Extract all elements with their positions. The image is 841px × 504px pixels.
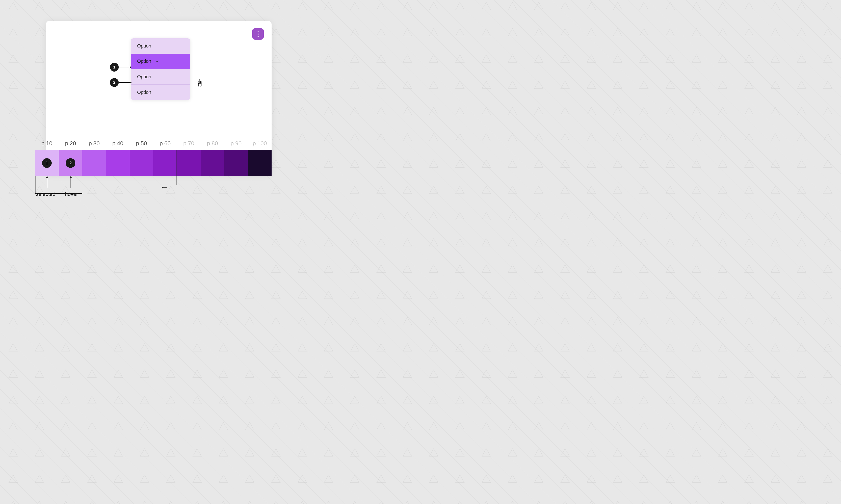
scale-label-p90: p 90: [224, 140, 248, 147]
swatch-60: [153, 150, 177, 176]
badge-2-container: 2: [110, 78, 132, 87]
scale-label-p50: p 50: [130, 140, 153, 147]
option-4-label: Option: [137, 90, 151, 95]
selected-label: selected: [36, 191, 55, 197]
arrow-1: [119, 67, 132, 67]
boundary-arrow: ←: [160, 183, 169, 192]
hover-label: hover: [65, 191, 78, 197]
scale-label-p60: p 60: [153, 140, 177, 147]
dropdown-menu: Option Option ✓ Option Option: [131, 38, 190, 100]
swatch-50: [130, 150, 153, 176]
menu-button[interactable]: [252, 28, 264, 40]
left-arrow-icon: ←: [160, 183, 169, 192]
dot-1: [258, 31, 259, 32]
dot-2: [258, 34, 259, 35]
swatch-80: [200, 150, 224, 176]
checkmark-icon: ✓: [156, 59, 159, 64]
scale-label-p100: p 100: [248, 140, 271, 147]
badge-1-container: 1: [110, 63, 132, 72]
annotation-area: selected hover ←: [35, 176, 271, 211]
swatch-30: [82, 150, 106, 176]
swatch-20: 2: [59, 150, 82, 176]
swatch-10: 1: [35, 150, 59, 176]
scale-label-p80: p 80: [200, 140, 224, 147]
selected-arrow: [47, 176, 47, 188]
scale-label-p40: p 40: [106, 140, 130, 147]
palette-section: p 10 p 20 p 30 p 40 p 50 p 60 p 70 p 80 …: [35, 140, 271, 211]
option-2-label: Option: [137, 58, 151, 64]
option-3-label: Option: [137, 74, 151, 80]
scale-labels-row: p 10 p 20 p 30 p 40 p 50 p 60 p 70 p 80 …: [35, 140, 271, 147]
swatch-90: [224, 150, 248, 176]
swatch-100: [248, 150, 271, 176]
dropdown-item-2[interactable]: Option ✓: [131, 54, 190, 69]
option-1-label: Option: [137, 43, 151, 49]
dropdown-item-3[interactable]: Option: [131, 69, 190, 85]
badge-2: 2: [110, 78, 119, 87]
swatch-badge-2: 2: [66, 158, 75, 168]
dropdown-item-1[interactable]: Option: [131, 38, 190, 54]
bracket-left: [35, 176, 35, 194]
swatch-40: [106, 150, 130, 176]
dot-3: [258, 36, 259, 37]
dropdown-item-4[interactable]: Option: [131, 85, 190, 100]
scale-label-p70: p 70: [177, 140, 200, 147]
swatch-badge-1: 1: [42, 158, 52, 168]
scale-label-p20: p 20: [59, 140, 82, 147]
swatch-70: [177, 150, 200, 176]
hand-cursor-icon: [196, 79, 204, 90]
scale-label-p10: p 10: [35, 140, 59, 147]
swatch-row: 1 2: [35, 150, 271, 176]
arrow-2: [119, 82, 132, 83]
scale-label-p30: p 30: [82, 140, 106, 147]
hover-arrow: [71, 176, 71, 188]
badge-1: 1: [110, 63, 119, 72]
